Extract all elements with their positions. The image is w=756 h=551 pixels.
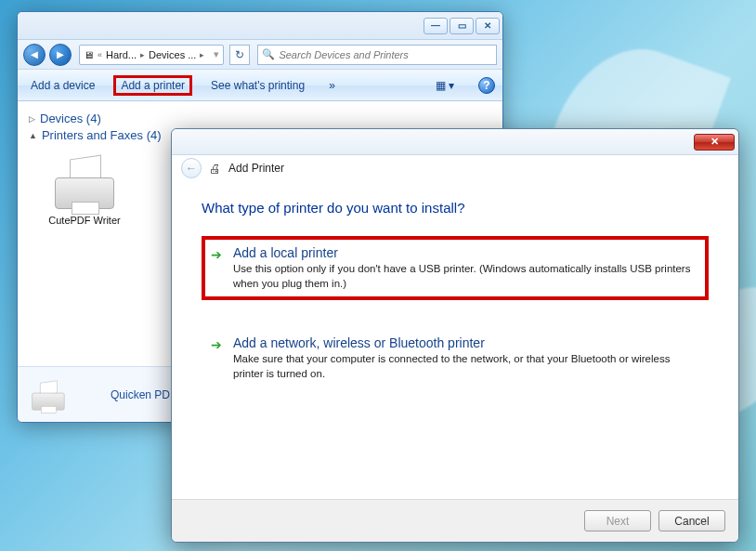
toolbar-add-device[interactable]: Add a device: [25, 76, 100, 95]
nav-forward-button[interactable]: ►: [49, 44, 72, 66]
printer-icon: [29, 379, 68, 410]
toolbar-see-whats-printing[interactable]: See what's printing: [205, 76, 310, 95]
breadcrumb-seg-devices[interactable]: Devices ...: [149, 49, 196, 60]
search-input[interactable]: 🔍 Search Devices and Printers: [257, 45, 497, 65]
option-description: Use this option only if you don't have a…: [233, 262, 701, 291]
printer-icon: [49, 153, 120, 209]
breadcrumb-chevron-icon: ▸: [200, 50, 204, 59]
breadcrumb[interactable]: 🖥 « Hard... ▸ Devices ... ▸ ▾: [79, 45, 224, 65]
next-button[interactable]: Next: [584, 510, 651, 531]
device-cutepdf-writer[interactable]: CutePDF Writer: [38, 153, 131, 226]
device-label: CutePDF Writer: [48, 215, 120, 226]
option-add-network-printer[interactable]: ➔ Add a network, wireless or Bluetooth p…: [202, 326, 709, 390]
option-title: Add a local printer: [233, 245, 701, 260]
close-button[interactable]: ✕: [476, 18, 500, 34]
minimize-button[interactable]: —: [424, 18, 448, 34]
explorer-titlebar: — ▭ ✕: [18, 12, 502, 40]
collapse-icon: ▷: [29, 114, 35, 124]
breadcrumb-icon: 🖥: [84, 49, 94, 60]
status-label: Quicken PD: [111, 388, 170, 401]
search-icon: 🔍: [262, 48, 275, 60]
devices-label: Devices (4): [40, 112, 101, 125]
refresh-button[interactable]: ↻: [229, 45, 250, 65]
explorer-navbar: ◄ ► 🖥 « Hard... ▸ Devices ... ▸ ▾ ↻ 🔍 Se…: [18, 40, 502, 70]
breadcrumb-seg-hard[interactable]: Hard...: [106, 49, 137, 60]
arrow-right-icon: ➔: [209, 247, 224, 262]
wizard-header: ← 🖨 Add Printer: [172, 155, 738, 181]
nav-back-button[interactable]: ◄: [23, 44, 46, 66]
wizard-title: Add Printer: [228, 162, 284, 175]
breadcrumb-chevron-icon: ▸: [140, 50, 145, 59]
expand-icon: ▲: [29, 131, 37, 140]
view-options-button[interactable]: ▦ ▾: [430, 76, 460, 95]
wizard-back-button[interactable]: ←: [181, 158, 202, 178]
close-button[interactable]: ✕: [694, 134, 735, 151]
option-description: Make sure that your computer is connecte…: [233, 352, 701, 381]
printer-icon: 🖨: [209, 162, 221, 176]
add-printer-wizard: ✕ ← 🖨 Add Printer What type of printer d…: [171, 128, 739, 543]
search-placeholder: Search Devices and Printers: [279, 49, 408, 60]
wizard-footer: Next Cancel: [172, 499, 738, 542]
toolbar-add-printer[interactable]: Add a printer: [113, 75, 192, 96]
breadcrumb-dropdown-icon[interactable]: ▾: [214, 48, 219, 60]
wizard-content: What type of printer do you want to inst…: [172, 181, 738, 499]
tree-devices-header[interactable]: ▷ Devices (4): [29, 112, 491, 125]
printers-label: Printers and Faxes (4): [42, 128, 162, 142]
wizard-titlebar: ✕: [172, 129, 738, 155]
breadcrumb-chevron-icon: «: [98, 50, 102, 59]
wizard-question: What type of printer do you want to inst…: [202, 200, 709, 216]
toolbar-overflow[interactable]: »: [323, 76, 341, 95]
arrow-right-icon: ➔: [209, 337, 224, 352]
maximize-button[interactable]: ▭: [450, 18, 474, 34]
explorer-toolbar: Add a device Add a printer See what's pr…: [18, 70, 502, 101]
help-icon[interactable]: ?: [478, 77, 495, 94]
option-title: Add a network, wireless or Bluetooth pri…: [233, 335, 701, 350]
option-add-local-printer[interactable]: ➔ Add a local printer Use this option on…: [202, 236, 709, 300]
cancel-button[interactable]: Cancel: [658, 510, 725, 531]
